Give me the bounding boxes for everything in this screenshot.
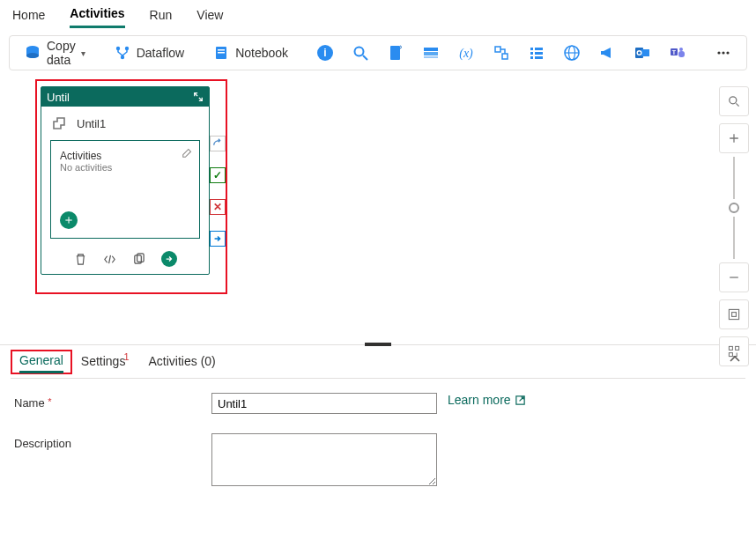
rows-icon bbox=[422, 44, 440, 62]
port-on-fail[interactable]: ✕ bbox=[210, 199, 226, 215]
fit-to-screen-button[interactable] bbox=[719, 299, 749, 329]
zoom-slider-track[interactable] bbox=[733, 157, 735, 199]
add-activity-button[interactable]: ＋ bbox=[60, 211, 78, 229]
external-link-icon bbox=[515, 395, 526, 406]
required-indicator-icon: * bbox=[48, 396, 51, 407]
set-variable-button[interactable]: (x) bbox=[452, 41, 480, 65]
svg-point-36 bbox=[722, 51, 724, 54]
event-button[interactable] bbox=[593, 41, 621, 65]
designer-canvas[interactable]: Until Until1 Activities No activities ＋ bbox=[9, 79, 707, 344]
web-button[interactable] bbox=[558, 41, 586, 65]
svg-point-10 bbox=[355, 48, 364, 56]
svg-point-1 bbox=[26, 53, 39, 58]
teams-button[interactable]: T bbox=[663, 41, 692, 65]
port-on-completion[interactable] bbox=[210, 231, 226, 247]
name-input[interactable] bbox=[211, 393, 437, 414]
dataflow-button[interactable]: Dataflow bbox=[108, 41, 189, 65]
delete-activity-button[interactable] bbox=[523, 41, 551, 65]
node-title-row: Until1 bbox=[41, 107, 209, 140]
expand-icon[interactable] bbox=[193, 92, 204, 102]
general-form: Name * Learn more Description bbox=[11, 379, 745, 520]
designer-canvas-area: Until Until1 Activities No activities ＋ bbox=[0, 79, 756, 345]
tab-activities[interactable]: Activities (0) bbox=[140, 351, 225, 373]
svg-rect-14 bbox=[424, 52, 438, 55]
edit-icon[interactable] bbox=[182, 146, 194, 159]
svg-rect-42 bbox=[729, 309, 738, 319]
learn-more-link[interactable]: Learn more bbox=[448, 393, 526, 407]
node-type-label: Until bbox=[47, 91, 70, 104]
code-icon[interactable] bbox=[103, 253, 116, 266]
node-activities-box[interactable]: Activities No activities ＋ bbox=[50, 140, 200, 239]
copy-data-button[interactable]: Copy data ▾ bbox=[19, 35, 91, 70]
notebook-button[interactable]: Notebook bbox=[207, 41, 293, 65]
tab-run[interactable]: Run bbox=[150, 3, 173, 27]
tab-activities[interactable]: Activities bbox=[70, 1, 124, 28]
svg-rect-6 bbox=[218, 49, 225, 51]
search-icon bbox=[352, 44, 369, 62]
script-button[interactable] bbox=[382, 41, 410, 65]
zoom-slider-thumb[interactable] bbox=[729, 203, 739, 213]
svg-rect-21 bbox=[530, 52, 533, 55]
until-icon bbox=[52, 115, 68, 131]
description-label: Description bbox=[14, 433, 211, 450]
zoom-out-button[interactable] bbox=[719, 262, 749, 292]
copy-icon[interactable] bbox=[132, 253, 145, 266]
megaphone-icon bbox=[598, 44, 616, 62]
dataflow-icon bbox=[114, 44, 131, 62]
collapse-panel-button[interactable] bbox=[728, 352, 742, 366]
required-indicator-icon: 1 bbox=[123, 351, 129, 362]
database-icon bbox=[24, 44, 41, 62]
svg-text:i: i bbox=[323, 47, 326, 59]
tab-settings[interactable]: Settings1 bbox=[72, 351, 140, 373]
outlook-icon bbox=[634, 44, 651, 62]
info-button[interactable]: i bbox=[311, 41, 339, 65]
script-icon bbox=[387, 44, 404, 62]
delete-icon[interactable] bbox=[74, 253, 87, 266]
svg-rect-13 bbox=[424, 48, 438, 51]
zoom-slider-track[interactable] bbox=[733, 217, 735, 259]
activities-toolbar: Copy data ▾ Dataflow Notebook i (x) T bbox=[9, 35, 747, 70]
chevron-down-icon: ▾ bbox=[81, 48, 85, 58]
svg-point-40 bbox=[730, 97, 737, 104]
svg-rect-22 bbox=[535, 52, 543, 55]
more-button[interactable] bbox=[709, 41, 737, 65]
svg-line-11 bbox=[363, 55, 367, 60]
svg-rect-12 bbox=[390, 46, 400, 60]
canvas-tool-rail bbox=[719, 86, 749, 366]
description-input[interactable] bbox=[211, 433, 437, 486]
tab-home[interactable]: Home bbox=[12, 3, 45, 27]
port-on-skip[interactable] bbox=[210, 136, 226, 151]
svg-rect-15 bbox=[424, 56, 438, 58]
node-header[interactable]: Until bbox=[41, 87, 209, 107]
svg-text:(x): (x) bbox=[459, 47, 473, 61]
svg-text:T: T bbox=[672, 49, 677, 55]
tab-view[interactable]: View bbox=[196, 3, 223, 27]
teams-icon: T bbox=[669, 44, 686, 62]
svg-rect-19 bbox=[530, 48, 533, 50]
until-activity-node[interactable]: Until Until1 Activities No activities ＋ bbox=[41, 86, 210, 275]
svg-rect-24 bbox=[535, 56, 543, 59]
notebook-icon bbox=[212, 44, 230, 62]
tab-settings-label: Settings bbox=[81, 354, 126, 368]
tab-general[interactable]: General bbox=[11, 350, 72, 374]
activities-label: Activities bbox=[60, 150, 190, 162]
stored-proc-button[interactable] bbox=[417, 41, 445, 65]
properties-tabs: General Settings1 Activities (0) bbox=[11, 345, 745, 379]
canvas-search-button[interactable] bbox=[719, 86, 749, 116]
zoom-in-button[interactable] bbox=[719, 123, 749, 153]
get-metadata-button[interactable] bbox=[487, 41, 515, 65]
list-icon bbox=[528, 44, 545, 62]
svg-line-41 bbox=[736, 103, 738, 106]
info-icon: i bbox=[316, 44, 334, 62]
variable-icon: (x) bbox=[457, 44, 475, 62]
properties-panel: General Settings1 Activities (0) Name * … bbox=[0, 345, 756, 520]
lookup-button[interactable] bbox=[346, 41, 374, 65]
port-on-success[interactable]: ✓ bbox=[210, 167, 226, 183]
node-footer bbox=[41, 247, 209, 274]
svg-rect-43 bbox=[732, 313, 737, 317]
activities-status: No activities bbox=[60, 162, 190, 173]
outlook-button[interactable] bbox=[628, 41, 656, 65]
svg-point-37 bbox=[726, 51, 729, 54]
top-tabs: Home Activities Run View bbox=[0, 0, 756, 30]
run-icon[interactable] bbox=[161, 251, 177, 267]
